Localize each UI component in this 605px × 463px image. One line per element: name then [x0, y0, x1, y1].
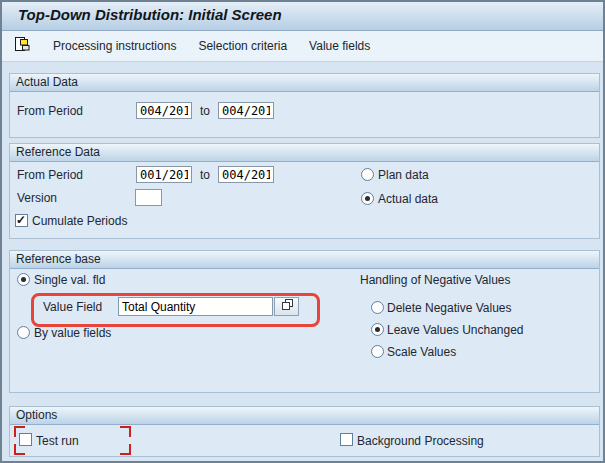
page-title: Top-Down Distribution: Initial Screen — [18, 6, 282, 23]
group-title-options: Options — [10, 407, 599, 425]
delete-negative-values-radio[interactable] — [371, 301, 384, 314]
value-help-icon — [279, 298, 295, 316]
group-reference-base: Reference base Single val. fld Value Fie… — [9, 250, 600, 393]
handling-negative-values-label: Handling of Negative Values — [360, 273, 511, 287]
from-period-label: From Period — [17, 168, 83, 182]
to-label: to — [200, 168, 210, 182]
version-input[interactable] — [135, 189, 162, 206]
leave-values-unchanged-radio-label[interactable]: Leave Values Unchanged — [387, 323, 524, 337]
actual-from-period-input[interactable] — [136, 102, 192, 119]
group-title-actual-data: Actual Data — [10, 74, 599, 92]
execute-icon — [12, 35, 32, 58]
reference-to-period-input[interactable] — [218, 166, 274, 183]
by-value-fields-radio[interactable] — [17, 326, 30, 339]
cumulate-periods-checkbox-label[interactable]: Cumulate Periods — [32, 214, 127, 228]
toolbar-button-processing-instructions[interactable]: Processing instructions — [42, 35, 187, 57]
toolbar-button-value-fields[interactable]: Value fields — [298, 35, 381, 57]
single-val-fld-radio-label[interactable]: Single val. fld — [34, 273, 105, 287]
execute-button[interactable] — [8, 33, 36, 60]
window-title-bar: Top-Down Distribution: Initial Screen — [2, 2, 603, 31]
plan-data-radio-label[interactable]: Plan data — [378, 168, 429, 182]
application-toolbar: Processing instructions Selection criter… — [2, 31, 603, 62]
value-field-label: Value Field — [43, 300, 102, 314]
value-help-button[interactable] — [274, 297, 299, 316]
leave-values-unchanged-radio[interactable] — [371, 323, 384, 336]
reference-from-period-input[interactable] — [136, 166, 192, 183]
group-options: Options Test run Background Processing — [9, 406, 600, 457]
single-val-fld-radio[interactable] — [17, 273, 30, 286]
cumulate-periods-checkbox[interactable] — [15, 214, 28, 227]
group-title-reference-base: Reference base — [10, 251, 599, 269]
actual-data-radio-label[interactable]: Actual data — [378, 192, 438, 206]
plan-data-radio[interactable] — [361, 168, 374, 181]
group-actual-data: Actual Data From Period to — [9, 73, 600, 138]
version-label: Version — [17, 191, 57, 205]
background-processing-checkbox[interactable] — [340, 433, 353, 446]
group-reference-data: Reference Data From Period to Plan data … — [9, 143, 600, 239]
sap-window: Top-Down Distribution: Initial Screen Pr… — [0, 0, 605, 463]
value-field-input[interactable] — [118, 297, 273, 316]
from-period-label: From Period — [17, 104, 83, 118]
to-label: to — [200, 104, 210, 118]
group-title-reference-data: Reference Data — [10, 144, 599, 162]
test-run-checkbox-label[interactable]: Test run — [36, 434, 79, 448]
actual-to-period-input[interactable] — [218, 102, 274, 119]
actual-data-radio[interactable] — [361, 192, 374, 205]
delete-negative-values-radio-label[interactable]: Delete Negative Values — [387, 301, 512, 315]
scale-values-radio[interactable] — [371, 345, 384, 358]
toolbar-button-selection-criteria[interactable]: Selection criteria — [187, 35, 298, 57]
by-value-fields-radio-label[interactable]: By value fields — [34, 326, 111, 340]
scale-values-radio-label[interactable]: Scale Values — [387, 345, 456, 359]
background-processing-checkbox-label[interactable]: Background Processing — [357, 434, 484, 448]
test-run-checkbox[interactable] — [19, 433, 32, 446]
